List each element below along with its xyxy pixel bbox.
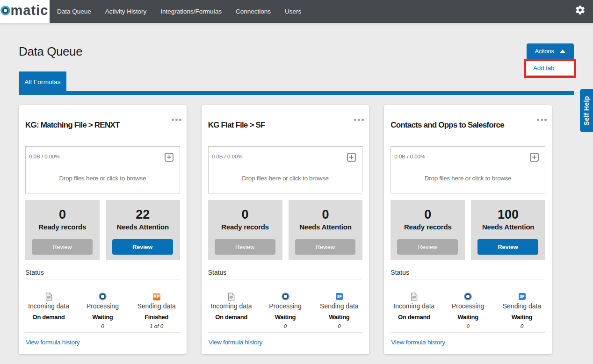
svg-text:matic: matic	[11, 3, 49, 18]
